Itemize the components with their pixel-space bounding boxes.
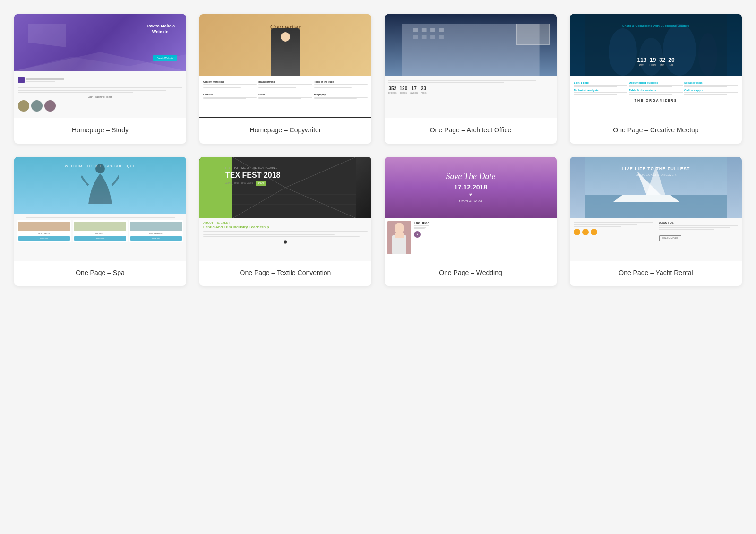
card-wedding-label: One Page – Wedding	[385, 261, 557, 286]
svg-point-15	[663, 24, 696, 76]
svg-rect-9	[422, 35, 427, 39]
svg-rect-5	[422, 28, 427, 32]
card-spa-label: One Page – Spa	[14, 261, 186, 286]
card-copywriter[interactable]: Copywriter Content marketing	[199, 14, 371, 144]
tex-location: NEW YORK	[241, 182, 253, 185]
meetup-title: Share & Collaborate With Successful Lead…	[622, 24, 689, 28]
bride-svg	[387, 221, 411, 254]
svg-point-27	[395, 223, 404, 234]
card-meetup-label: One Page – Creative Meetup	[570, 118, 742, 144]
study-title: How to Make a Website	[144, 24, 177, 34]
svg-point-13	[609, 28, 637, 76]
tex-desc: Fabric And Trim Industry Leadership	[203, 225, 368, 229]
card-wedding[interactable]: Save The Date 17.12.2018 ♥ Clara & David…	[385, 157, 557, 286]
thumb-textile: IT'S THAT TIME OF THE YEAR AGAIN... TEX …	[199, 157, 371, 261]
wed-names: Clara & David	[459, 199, 482, 203]
thumb-study: How to Make a Website Create Website	[14, 14, 186, 118]
tex-date: AUG 3, 1994	[225, 182, 239, 185]
card-study-label: Homepage – Study	[14, 118, 186, 144]
svg-rect-29	[395, 233, 404, 238]
thumb-meetup: Share & Collaborate With Successful Lead…	[570, 14, 742, 118]
card-textile-label: One Page – Textile Convention	[199, 261, 371, 286]
study-team-label: Our Teaching Team	[18, 95, 182, 98]
card-architect-label: One Page – Architect Office	[385, 118, 557, 144]
tex-about: ABOUT THE EVENT	[203, 221, 368, 224]
thumb-copywriter: Copywriter Content marketing	[199, 14, 371, 118]
svg-rect-11	[439, 35, 444, 39]
card-spa[interactable]: WELCOME TO CLUB SPA BOUTIQUE MASSAGE mor…	[14, 157, 186, 286]
card-study[interactable]: How to Make a Website Create Website	[14, 14, 186, 144]
svg-point-17	[95, 164, 105, 173]
card-meetup[interactable]: Share & Collaborate With Successful Lead…	[570, 14, 742, 144]
card-textile[interactable]: IT'S THAT TIME OF THE YEAR AGAIN... TEX …	[199, 157, 371, 286]
thumb-architect: BROOKSTROKS	[385, 14, 557, 118]
yacht-title: LIVE LIFE TO THE FULLEST	[622, 166, 690, 171]
wed-bride-label: The Bride	[414, 221, 429, 224]
wed-save: Save The Date	[446, 172, 496, 181]
svg-rect-7	[439, 28, 444, 32]
svg-point-16	[698, 33, 717, 76]
template-grid: How to Make a Website Create Website	[14, 14, 742, 286]
card-copywriter-label: Homepage – Copywriter	[199, 118, 371, 144]
svg-rect-8	[413, 35, 418, 39]
yacht-sub: ENJOY. EXPLORE. DISCOVER.	[635, 173, 676, 176]
card-yacht-label: One Page – Yacht Rental	[570, 261, 742, 286]
tex-pre: IT'S THAT TIME OF THE YEAR AGAIN...	[225, 166, 281, 169]
meetup-countdown: 113Days 19Hours 32Min 20Sec	[637, 57, 674, 66]
thumb-spa: WELCOME TO CLUB SPA BOUTIQUE MASSAGE mor…	[14, 157, 186, 261]
svg-rect-10	[430, 35, 435, 39]
thumb-wedding: Save The Date 17.12.2018 ♥ Clara & David…	[385, 157, 557, 261]
svg-rect-28	[392, 235, 406, 254]
wed-date: 17.12.2018	[454, 183, 487, 191]
card-yacht[interactable]: LIVE LIFE TO THE FULLEST ENJOY. EXPLORE.…	[570, 157, 742, 286]
svg-rect-4	[413, 28, 418, 32]
card-architect[interactable]: BROOKSTROKS	[385, 14, 557, 144]
tex-cta: RSVP	[256, 181, 266, 186]
yacht-about: ABOUT US	[659, 221, 739, 224]
thumb-yacht: LIVE LIFE TO THE FULLEST ENJOY. EXPLORE.…	[570, 157, 742, 261]
spa-figure-svg	[81, 162, 119, 209]
svg-rect-6	[430, 28, 435, 32]
meetup-organizers: THE ORGANIZERS	[574, 99, 738, 102]
study-deco	[14, 52, 186, 71]
tex-main: TEX FEST 2018	[225, 171, 281, 180]
